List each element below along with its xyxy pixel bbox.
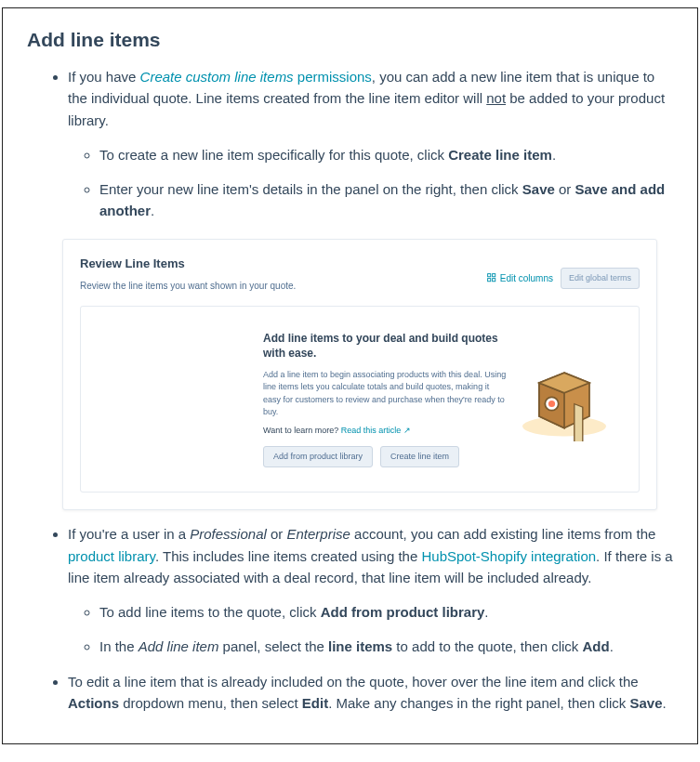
sub-add-from-library: To add line items to the quote, click Ad… bbox=[99, 601, 673, 623]
svg-rect-1 bbox=[492, 274, 495, 277]
text: . This includes line items created using… bbox=[155, 548, 422, 564]
text: In the bbox=[99, 638, 139, 654]
bullet-product-library: If you're a user in a Professional or En… bbox=[68, 523, 673, 657]
svg-rect-3 bbox=[492, 279, 495, 282]
edit-columns-label: Edit columns bbox=[500, 271, 553, 286]
bold-line-items: line items bbox=[328, 638, 392, 654]
sub-list-1: To create a new line item specifically f… bbox=[68, 144, 673, 222]
svg-rect-2 bbox=[487, 279, 490, 282]
link-rest-part: permissions bbox=[294, 69, 372, 85]
top-list: If you have Create custom line items per… bbox=[27, 66, 673, 714]
not-underline: not bbox=[486, 90, 506, 106]
read-article-link[interactable]: Read this article ↗ bbox=[341, 426, 411, 435]
review-line-items-panel: Review Line Items Review the line items … bbox=[62, 239, 657, 511]
bullet-create-custom: If you have Create custom line items per… bbox=[68, 66, 673, 510]
bold-create-line-item: Create line item bbox=[448, 147, 552, 163]
permissions-link[interactable]: Create custom line items permissions bbox=[140, 69, 372, 85]
doc-page: Add line items If you have Create custom… bbox=[2, 7, 698, 744]
create-line-item-button[interactable]: Create line item bbox=[380, 446, 459, 467]
text: To edit a line item that is already incl… bbox=[68, 674, 639, 690]
svg-rect-0 bbox=[487, 274, 490, 277]
box-illustration bbox=[508, 331, 620, 467]
promo-title: Add line items to your deal and build qu… bbox=[263, 331, 508, 361]
bold-add: Add bbox=[583, 638, 610, 654]
promo-content: Add line items to your deal and build qu… bbox=[263, 331, 508, 467]
text: or bbox=[267, 526, 287, 542]
svg-point-10 bbox=[548, 401, 555, 407]
text: . bbox=[610, 638, 614, 654]
link-text: Read this article bbox=[341, 426, 402, 435]
sub-save: Enter your new line item's details in th… bbox=[99, 178, 673, 222]
bullet-edit-line-item: To edit a line item that is already incl… bbox=[68, 671, 673, 715]
italic-add-line-item: Add line item bbox=[139, 638, 219, 654]
shopify-integration-link[interactable]: HubSpot-Shopify integration bbox=[421, 548, 596, 564]
bold-save: Save bbox=[522, 181, 555, 197]
text: . bbox=[552, 147, 556, 163]
grid-icon bbox=[487, 273, 496, 282]
text: Want to learn more? bbox=[263, 426, 341, 435]
svg-rect-8 bbox=[575, 403, 583, 440]
edit-global-terms-button[interactable]: Edit global terms bbox=[561, 268, 640, 290]
italic-professional: Professional bbox=[190, 526, 267, 542]
bold-actions: Actions bbox=[68, 695, 119, 711]
text: to add to the quote, then click bbox=[392, 638, 582, 654]
text: Enter your new line item's details in th… bbox=[99, 181, 522, 197]
panel-body: Add line items to your deal and build qu… bbox=[80, 306, 640, 493]
promo-desc: Add a line item to begin associating pro… bbox=[263, 369, 508, 419]
product-library-link[interactable]: product library bbox=[68, 548, 155, 564]
text: To create a new line item specifically f… bbox=[99, 147, 448, 163]
panel-subtitle: Review the line items you want shown in … bbox=[80, 279, 296, 294]
panel-title: Review Line Items bbox=[80, 255, 296, 273]
add-from-library-button[interactable]: Add from product library bbox=[263, 446, 373, 467]
text: dropdown menu, then select bbox=[119, 695, 302, 711]
text: or bbox=[555, 181, 575, 197]
bold-save: Save bbox=[630, 695, 663, 711]
text: . bbox=[151, 203, 154, 218]
promo-learn: Want to learn more? Read this article ↗ bbox=[263, 425, 508, 438]
link-italic-part: Create custom line items bbox=[140, 69, 294, 85]
bold-add-from-library: Add from product library bbox=[321, 604, 485, 620]
text: panel, select the bbox=[218, 638, 328, 654]
sub-add-line-item-panel: In the Add line item panel, select the l… bbox=[99, 636, 673, 657]
italic-enterprise: Enterprise bbox=[287, 526, 350, 542]
text: If you have bbox=[68, 69, 140, 85]
bold-edit: Edit bbox=[302, 695, 328, 711]
panel-header: Review Line Items Review the line items … bbox=[80, 255, 640, 294]
external-link-icon: ↗ bbox=[403, 426, 411, 435]
sub-create-line-item: To create a new line item specifically f… bbox=[99, 144, 673, 165]
text: If you're a user in a bbox=[68, 526, 190, 542]
text: To add line items to the quote, click bbox=[99, 604, 321, 620]
text: . bbox=[484, 604, 488, 620]
text: . Make any changes in the right panel, t… bbox=[328, 695, 629, 711]
page-title: Add line items bbox=[27, 29, 673, 51]
text: account, you can add existing line items… bbox=[350, 526, 656, 542]
spacer bbox=[99, 331, 263, 467]
text: . bbox=[663, 695, 667, 711]
sub-list-2: To add line items to the quote, click Ad… bbox=[68, 601, 673, 658]
box-icon bbox=[513, 358, 615, 441]
edit-columns-link[interactable]: Edit columns bbox=[487, 271, 553, 286]
